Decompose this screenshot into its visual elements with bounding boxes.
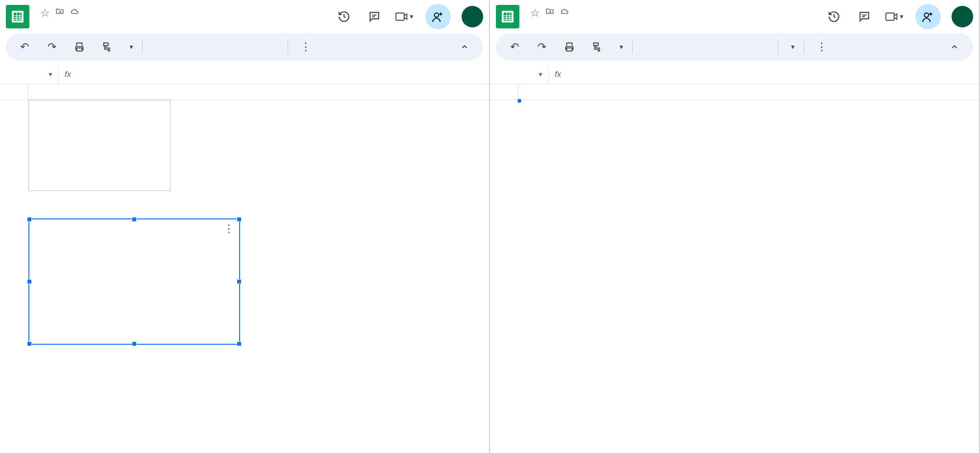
resize-handle[interactable] xyxy=(237,341,242,346)
svg-point-2 xyxy=(434,13,439,17)
menu-bar xyxy=(525,22,584,26)
share-button[interactable] xyxy=(425,4,451,29)
sheets-logo[interactable] xyxy=(6,5,29,28)
sheets-logo[interactable] xyxy=(496,5,519,28)
cloud-icon[interactable] xyxy=(70,7,80,20)
undo-icon[interactable]: ↶ xyxy=(15,37,34,57)
menu-bar xyxy=(35,22,80,26)
scorecard-gross-aggregate-revenue[interactable]: ⋮ xyxy=(28,218,240,345)
account-avatar[interactable] xyxy=(462,6,483,27)
currency-icon[interactable] xyxy=(640,37,660,57)
collapse-toolbar-icon[interactable] xyxy=(455,37,474,57)
comment-icon[interactable] xyxy=(365,7,384,26)
move-icon[interactable] xyxy=(55,7,65,20)
cloud-icon[interactable] xyxy=(560,7,570,20)
redo-icon[interactable]: ↷ xyxy=(42,37,62,57)
increase-decimal-icon[interactable] xyxy=(233,37,252,57)
fx-icon: fx xyxy=(59,70,77,79)
print-icon[interactable] xyxy=(560,37,579,57)
increase-decimal-icon[interactable] xyxy=(723,37,742,57)
account-avatar[interactable] xyxy=(952,6,973,27)
meet-icon[interactable]: ▼ xyxy=(395,7,415,26)
toolbar-more-icon[interactable]: ⋮ xyxy=(812,37,832,57)
history-icon[interactable] xyxy=(824,7,844,26)
history-icon[interactable] xyxy=(334,7,354,26)
currency-icon[interactable] xyxy=(150,37,170,57)
meet-icon[interactable]: ▼ xyxy=(885,7,905,26)
resize-handle[interactable] xyxy=(132,217,137,222)
decrease-decimal-icon[interactable] xyxy=(695,37,715,57)
name-box[interactable]: ▼ xyxy=(490,65,549,84)
resize-handle[interactable] xyxy=(27,217,32,222)
fx-icon: fx xyxy=(549,70,567,79)
toolbar-more-icon[interactable]: ⋮ xyxy=(296,37,316,57)
select-all-corner[interactable] xyxy=(0,84,28,99)
svg-rect-4 xyxy=(886,13,894,21)
more-formats-icon[interactable] xyxy=(260,37,280,57)
paint-format-icon[interactable] xyxy=(587,37,607,57)
share-button[interactable] xyxy=(915,4,941,29)
percent-icon[interactable] xyxy=(668,37,687,57)
select-all-corner[interactable] xyxy=(490,84,518,99)
undo-icon[interactable]: ↶ xyxy=(505,37,524,57)
resize-handle[interactable] xyxy=(27,279,32,284)
zoom-dropdown[interactable]: ▼ xyxy=(614,44,624,50)
print-icon[interactable] xyxy=(70,37,89,57)
scorecard-menu-icon[interactable]: ⋮ xyxy=(223,222,234,235)
svg-rect-1 xyxy=(396,13,404,21)
resize-handle[interactable] xyxy=(132,341,137,346)
active-cell-selection xyxy=(518,100,520,102)
collapse-toolbar-icon[interactable] xyxy=(945,37,964,57)
star-icon[interactable]: ☆ xyxy=(530,7,540,20)
resize-handle[interactable] xyxy=(237,279,242,284)
resize-handle[interactable] xyxy=(237,217,242,222)
toolbar: ↶ ↷ ▼ ⋮ xyxy=(6,33,483,61)
move-icon[interactable] xyxy=(545,7,555,20)
svg-point-5 xyxy=(924,13,929,17)
toolbar: ↶ ↷ ▼ ▼ ⋮ xyxy=(496,33,973,61)
decrease-decimal-icon[interactable] xyxy=(205,37,225,57)
scorecard-net-daily-opens[interactable] xyxy=(28,100,171,191)
font-dropdown[interactable]: ▼ xyxy=(786,44,796,50)
percent-icon[interactable] xyxy=(178,37,197,57)
name-box[interactable]: ▼ xyxy=(0,65,59,84)
comment-icon[interactable] xyxy=(855,7,874,26)
redo-icon[interactable]: ↷ xyxy=(532,37,552,57)
more-formats-icon[interactable] xyxy=(750,37,770,57)
star-icon[interactable]: ☆ xyxy=(40,7,50,20)
paint-format-icon[interactable] xyxy=(97,37,117,57)
zoom-dropdown[interactable]: ▼ xyxy=(124,44,134,50)
resize-handle[interactable] xyxy=(27,341,32,346)
